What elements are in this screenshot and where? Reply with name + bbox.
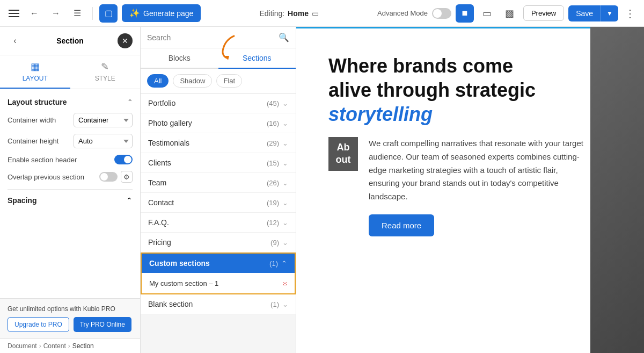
search-input[interactable] (147, 33, 274, 42)
preview-image-area (590, 27, 644, 353)
save-main-button[interactable]: Save (568, 5, 601, 21)
list-item-team[interactable]: Team (26) ⌄ (141, 173, 296, 193)
custom-section-my-section[interactable]: My custom section – 1 ⨲ (141, 273, 296, 294)
page-preview: Where brands come alive through strategi… (296, 27, 644, 353)
contact-chevron: ⌄ (282, 199, 288, 207)
tab-layout[interactable]: ▦ LAYOUT (0, 55, 70, 89)
enable-section-header-row: Enable section header (8, 155, 133, 164)
upgrade-to-pro-button[interactable]: Upgrade to PRO (8, 317, 69, 332)
team-chevron: ⌄ (282, 179, 288, 187)
tab-style[interactable]: ✎ STYLE (70, 55, 141, 89)
history-button[interactable]: ☰ (69, 5, 86, 22)
advanced-mode-toggle[interactable] (432, 8, 451, 19)
save-button-group: Save ▼ (568, 5, 618, 21)
pricing-chevron: ⌄ (282, 239, 288, 247)
sections-list: Portfolio (45) ⌄ Photo gallery (16) ⌄ Te… (141, 93, 296, 353)
filter-shadow-pill[interactable]: Shadow (173, 74, 212, 88)
layout-edit-button[interactable]: ▢ (99, 4, 118, 23)
container-width-row: Container width Container (8, 113, 133, 127)
footer-promo-text: Get unlimited options with Kubio PRO (8, 305, 133, 313)
topbar: ← → ☰ ▢ ✨ Generate page Editing: Home ▭ … (0, 0, 644, 27)
undo-button[interactable]: ← (26, 5, 43, 22)
container-width-select[interactable]: Container (74, 113, 133, 127)
container-height-select[interactable]: Auto (74, 134, 133, 148)
hero-heading: Where brands come alive through strategi… (328, 54, 586, 126)
list-item-pricing[interactable]: Pricing (9) ⌄ (141, 233, 296, 253)
clients-chevron: ⌄ (282, 159, 288, 167)
blank-section-chevron: ⌄ (282, 300, 288, 308)
testimonials-chevron: ⌄ (282, 139, 288, 147)
topbar-divider (92, 7, 93, 20)
container-height-row: Container height Auto (8, 134, 133, 148)
footer-buttons: Upgrade to PRO Try PRO Online (8, 317, 133, 332)
list-item-portfolio[interactable]: Portfolio (45) ⌄ (141, 93, 296, 113)
spacing-section: Spacing ⌃ (8, 189, 133, 205)
hero-italic: storytelling (328, 103, 433, 125)
generate-icon: ✨ (129, 8, 140, 18)
sections-arrow-indicator (215, 33, 242, 62)
overlap-section-row: Overlap previous section ⚙ (8, 171, 133, 183)
left-panel-header: ‹ Section ✕ (0, 27, 140, 55)
layout-icon: ▦ (31, 61, 40, 73)
list-item-blank-section[interactable]: Blank section (1) ⌄ (141, 294, 296, 314)
more-options-button[interactable]: ⋮ (623, 5, 638, 22)
right-content: Where brands come alive through strategi… (296, 27, 644, 353)
list-item-testimonials[interactable]: Testimonials (29) ⌄ (141, 133, 296, 153)
spacing-chevron[interactable]: ⌃ (126, 196, 133, 205)
menu-icon[interactable] (6, 6, 21, 21)
filter-flat-pill[interactable]: Flat (216, 74, 242, 88)
breadcrumb-content[interactable]: Content (43, 342, 66, 350)
panel-back-button[interactable]: ‹ (8, 33, 23, 48)
portfolio-chevron: ⌄ (282, 99, 288, 107)
preview-button[interactable]: Preview (523, 5, 564, 21)
preview-body: We craft compelling narratives that reso… (369, 137, 583, 204)
photo-gallery-chevron: ⌄ (282, 119, 288, 127)
tablet-view-button[interactable]: ▭ (478, 4, 496, 23)
preview-about-sidebar: About (328, 137, 358, 171)
panel-footer: Get unlimited options with Kubio PRO Upg… (0, 298, 140, 338)
topbar-right: Advanced Mode ■ ▭ ▩ Preview Save ▼ ⋮ (377, 4, 638, 23)
filter-pills: All Shadow Flat (141, 69, 296, 93)
main-layout: ‹ Section ✕ ▦ LAYOUT ✎ STYLE Layout stru… (0, 27, 644, 353)
blocks-sections-tabs: Blocks Sections (141, 48, 296, 69)
enable-section-header-toggle[interactable] (114, 155, 133, 164)
list-item-photo-gallery[interactable]: Photo gallery (16) ⌄ (141, 113, 296, 133)
redo-button[interactable]: → (47, 5, 64, 22)
filter-all-pill[interactable]: All (147, 74, 169, 88)
save-dropdown-button[interactable]: ▼ (601, 6, 618, 21)
desktop-view-button[interactable]: ■ (456, 4, 474, 23)
layout-structure-section: Layout structure ⌃ (8, 98, 133, 106)
panel-tabs: ▦ LAYOUT ✎ STYLE (0, 55, 140, 89)
list-item-faq[interactable]: F.A.Q. (12) ⌄ (141, 213, 296, 233)
layout-structure-chevron[interactable]: ⌃ (127, 98, 133, 106)
sections-panel: 🔍 Blocks Sections All Shadow Flat Portfo… (141, 27, 296, 353)
read-more-button[interactable]: Read more (369, 214, 434, 236)
breadcrumb-document[interactable]: Document (8, 342, 37, 350)
left-panel: ‹ Section ✕ ▦ LAYOUT ✎ STYLE Layout stru… (0, 27, 141, 353)
style-icon: ✎ (101, 61, 109, 73)
list-item-clients[interactable]: Clients (15) ⌄ (141, 153, 296, 173)
panel-content: Layout structure ⌃ Container width Conta… (0, 89, 140, 298)
breadcrumb-section: Section (72, 342, 94, 350)
arrow-svg (215, 33, 242, 60)
delete-custom-section-button[interactable]: ⨲ (283, 278, 287, 288)
faq-chevron: ⌄ (282, 219, 288, 227)
list-item-custom-sections[interactable]: Custom sections (1) ⌃ (141, 253, 296, 273)
search-icon[interactable]: 🔍 (279, 32, 289, 42)
editing-indicator: Editing: Home ▭ (205, 9, 373, 18)
overlap-section-toggle[interactable] (99, 172, 118, 182)
panel-close-button[interactable]: ✕ (118, 33, 133, 48)
spacing-header[interactable]: Spacing ⌃ (8, 196, 133, 205)
try-pro-online-button[interactable]: Try PRO Online (74, 317, 131, 332)
list-item-contact[interactable]: Contact (19) ⌄ (141, 193, 296, 213)
panel-title: Section (23, 37, 118, 45)
pages-icon[interactable]: ▭ (312, 9, 319, 18)
custom-sections-chevron: ⌃ (281, 260, 287, 268)
overlap-settings-button[interactable]: ⚙ (121, 171, 133, 183)
mobile-view-button[interactable]: ▩ (501, 4, 519, 23)
generate-page-button[interactable]: ✨ Generate page (122, 4, 201, 22)
breadcrumb: Document › Content › Section (0, 338, 140, 353)
tab-blocks[interactable]: Blocks (141, 48, 218, 69)
